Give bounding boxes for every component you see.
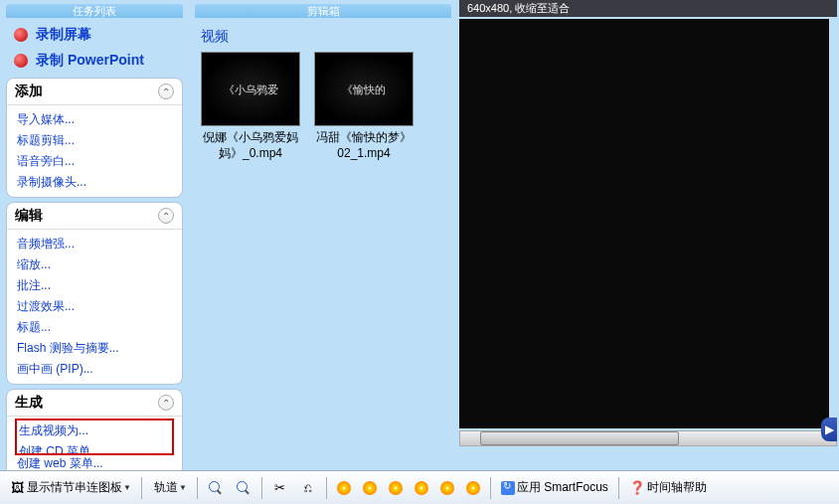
record-powerpoint-button[interactable]: 录制 PowerPoint xyxy=(2,48,187,74)
callouts-link[interactable]: 批注... xyxy=(17,275,172,296)
clip-filename: 倪娜《小乌鸦爱妈妈》_0.mp4 xyxy=(201,130,300,161)
smartfocus-label: 应用 SmartFocus xyxy=(517,479,608,496)
clip-thumbnail xyxy=(314,52,414,126)
separator xyxy=(490,477,491,499)
audio-enhance-link[interactable]: 音频增强... xyxy=(17,234,172,254)
dropdown-icon: ▼ xyxy=(179,483,187,492)
preview-scrollbar[interactable] xyxy=(459,430,837,446)
cut-button[interactable]: ✂ xyxy=(267,477,293,499)
separator xyxy=(618,477,619,499)
panel-add-title: 添加 xyxy=(15,83,43,100)
record-camera-link[interactable]: 录制摄像头... xyxy=(17,172,172,193)
captions-link[interactable]: 标题... xyxy=(17,317,172,338)
clip-thumbnail xyxy=(201,52,300,126)
zoom-in-button[interactable] xyxy=(203,477,229,499)
zoom-out-button[interactable] xyxy=(231,477,256,499)
panel-edit-title: 编辑 xyxy=(15,207,43,225)
help-icon: ❓ xyxy=(629,480,645,496)
task-list-title: 任务列表 xyxy=(6,4,183,18)
import-media-link[interactable]: 导入媒体... xyxy=(17,109,172,130)
collapse-icon[interactable]: ⌃ xyxy=(158,84,174,99)
tool-button[interactable] xyxy=(435,478,459,498)
timeline-help-label: 时间轴帮助 xyxy=(647,479,707,496)
record-screen-button[interactable]: 录制屏幕 xyxy=(2,22,187,48)
tool-button[interactable] xyxy=(358,478,382,498)
timeline-help-button[interactable]: ❓ 时间轴帮助 xyxy=(624,476,712,499)
tool-button[interactable] xyxy=(384,478,408,498)
record-ppt-label: 录制 PowerPoint xyxy=(36,52,144,70)
tool-button[interactable] xyxy=(461,478,485,498)
tool-button[interactable] xyxy=(410,478,433,498)
video-section-label: 视频 xyxy=(191,22,455,52)
separator xyxy=(326,477,327,499)
disc-icon xyxy=(363,481,377,495)
panel-add: 添加 ⌃ 导入媒体... 标题剪辑... 语音旁白... 录制摄像头... xyxy=(6,78,183,198)
split-icon: ⎌ xyxy=(300,480,316,496)
flash-quiz-link[interactable]: Flash 测验与摘要... xyxy=(17,338,172,359)
title-clip-link[interactable]: 标题剪辑... xyxy=(17,130,172,151)
produce-video-as-link[interactable]: 生成视频为... xyxy=(19,420,170,441)
clip-item[interactable]: 倪娜《小乌鸦爱妈妈》_0.mp4 xyxy=(201,52,300,161)
panel-produce-title: 生成 xyxy=(15,394,43,412)
record-icon xyxy=(14,28,28,42)
split-button[interactable]: ⎌ xyxy=(295,477,321,499)
transitions-link[interactable]: 过渡效果... xyxy=(17,296,172,317)
zoom-link[interactable]: 缩放... xyxy=(17,254,172,275)
play-button[interactable]: ▶ xyxy=(821,418,837,441)
scissors-icon: ✂ xyxy=(272,480,288,496)
storyboard-label: 显示情节串连图板 xyxy=(27,479,122,496)
separator xyxy=(197,477,198,499)
disc-icon xyxy=(389,481,403,495)
collapse-icon[interactable]: ⌃ xyxy=(158,208,174,224)
pip-link[interactable]: 画中画 (PIP)... xyxy=(17,359,172,380)
create-cd-menu-link[interactable]: 创建 CD 菜单... xyxy=(19,441,170,453)
separator xyxy=(141,477,142,499)
disc-icon xyxy=(466,481,480,495)
tracks-button[interactable]: 轨道 ▼ xyxy=(147,476,192,499)
bottom-toolbar: 🖼 显示情节串连图板 ▼ 轨道 ▼ ✂ ⎌ 应用 SmartFocus ❓ 时间… xyxy=(0,470,839,504)
zoom-out-icon xyxy=(236,480,252,496)
disc-icon xyxy=(337,481,351,495)
zoom-in-icon xyxy=(208,480,224,496)
storyboard-button[interactable]: 🖼 显示情节串连图板 ▼ xyxy=(4,476,136,499)
scrollbar-thumb[interactable] xyxy=(480,431,679,445)
tracks-label: 轨道 xyxy=(154,479,178,496)
disc-icon xyxy=(415,481,428,495)
record-icon xyxy=(14,54,28,68)
dropdown-icon: ▼ xyxy=(123,483,131,492)
highlight-box: 生成视频为... 创建 CD 菜单... xyxy=(15,419,174,455)
smartfocus-icon xyxy=(501,481,515,495)
clip-item[interactable]: 冯甜《愉快的梦》02_1.mp4 xyxy=(314,52,414,161)
disc-icon xyxy=(440,481,454,495)
clip-bin-title: 剪辑箱 xyxy=(195,4,451,18)
preview-pane[interactable] xyxy=(459,19,837,428)
record-screen-label: 录制屏幕 xyxy=(36,26,91,44)
panel-edit: 编辑 ⌃ 音频增强... 缩放... 批注... 过渡效果... 标题... F… xyxy=(6,202,183,385)
tool-button[interactable] xyxy=(332,478,356,498)
voice-narration-link[interactable]: 语音旁白... xyxy=(17,151,172,172)
storyboard-icon: 🖼 xyxy=(9,480,25,496)
clip-filename: 冯甜《愉快的梦》02_1.mp4 xyxy=(314,130,414,161)
separator xyxy=(261,477,262,499)
preview-status: 640x480, 收缩至适合 xyxy=(459,0,837,17)
apply-smartfocus-button[interactable]: 应用 SmartFocus xyxy=(496,476,613,499)
collapse-icon[interactable]: ⌃ xyxy=(158,395,174,411)
